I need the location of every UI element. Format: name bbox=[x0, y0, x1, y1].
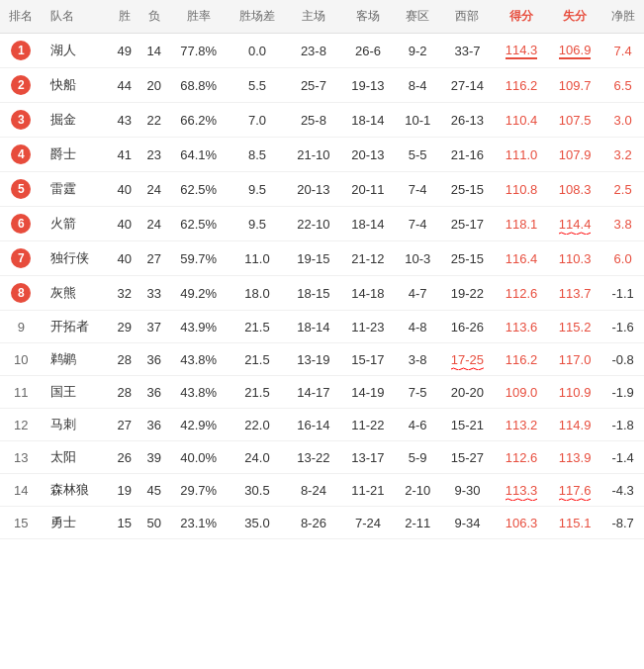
div-cell: 10-1 bbox=[395, 103, 439, 138]
loss-cell: 36 bbox=[139, 343, 169, 376]
gb-cell: 35.0 bbox=[229, 507, 287, 539]
away-cell: 20-13 bbox=[340, 138, 395, 172]
opp-cell: 107.5 bbox=[548, 103, 601, 138]
win-cell: 43 bbox=[110, 103, 139, 138]
col-pct: 胜率 bbox=[169, 0, 229, 34]
loss-cell: 24 bbox=[139, 172, 169, 207]
pts-cell: 112.6 bbox=[495, 276, 548, 311]
pct-cell: 29.7% bbox=[169, 474, 229, 507]
rank-cell: 13 bbox=[0, 441, 43, 474]
pct-cell: 68.8% bbox=[169, 68, 229, 103]
net-cell: -0.8 bbox=[601, 343, 644, 376]
team-name-cell: 马刺 bbox=[43, 409, 110, 441]
team-name-cell: 火箭 bbox=[43, 207, 110, 241]
gb-cell: 24.0 bbox=[229, 441, 287, 474]
col-loss: 负 bbox=[139, 0, 169, 34]
rank-cell: 3 bbox=[0, 103, 43, 138]
loss-cell: 50 bbox=[139, 507, 169, 539]
table-row: 6火箭402462.5%9.522-1018-147-425-17118.111… bbox=[0, 207, 644, 241]
pts-cell: 111.0 bbox=[495, 138, 548, 172]
conf-cell: 25-15 bbox=[440, 172, 495, 207]
rank-cell: 12 bbox=[0, 409, 43, 441]
gb-cell: 30.5 bbox=[229, 474, 287, 507]
div-cell: 8-4 bbox=[395, 68, 439, 103]
opp-cell: 106.9 bbox=[548, 34, 601, 68]
rank-cell: 2 bbox=[0, 68, 43, 103]
team-name-cell: 太阳 bbox=[43, 441, 110, 474]
col-net: 净胜 bbox=[601, 0, 644, 34]
rank-badge: 5 bbox=[11, 179, 31, 199]
conf-cell: 21-16 bbox=[440, 138, 495, 172]
gb-cell: 21.5 bbox=[229, 311, 287, 343]
rank-number: 13 bbox=[14, 450, 28, 465]
col-home: 主场 bbox=[286, 0, 340, 34]
team-name-cell: 国王 bbox=[43, 376, 110, 409]
loss-cell: 37 bbox=[139, 311, 169, 343]
home-cell: 8-24 bbox=[286, 474, 340, 507]
pts-cell: 118.1 bbox=[495, 207, 548, 241]
conf-cell: 17-25 bbox=[440, 343, 495, 376]
net-cell: 6.0 bbox=[601, 241, 644, 276]
rank-cell: 7 bbox=[0, 241, 43, 276]
pts-cell: 116.2 bbox=[495, 68, 548, 103]
away-cell: 18-14 bbox=[340, 207, 395, 241]
table-row: 13太阳263940.0%24.013-2213-175-915-27112.6… bbox=[0, 441, 644, 474]
net-cell: 2.5 bbox=[601, 172, 644, 207]
team-name-cell: 独行侠 bbox=[43, 241, 110, 276]
loss-cell: 33 bbox=[139, 276, 169, 311]
pts-cell: 110.8 bbox=[495, 172, 548, 207]
pts-cell: 114.3 bbox=[495, 34, 548, 68]
opp-cell: 113.9 bbox=[548, 441, 601, 474]
win-cell: 41 bbox=[110, 138, 139, 172]
opp-cell: 110.9 bbox=[548, 376, 601, 409]
win-cell: 40 bbox=[110, 241, 139, 276]
opp-value-underline: 106.9 bbox=[559, 43, 592, 59]
team-name-cell: 开拓者 bbox=[43, 311, 110, 343]
table-row: 10鹈鹕283643.8%21.513-1915-173-817-25116.2… bbox=[0, 343, 644, 376]
conf-cell: 9-30 bbox=[440, 474, 495, 507]
gb-cell: 7.0 bbox=[229, 103, 287, 138]
rank-badge: 8 bbox=[11, 283, 31, 303]
rank-badge: 1 bbox=[11, 41, 31, 60]
rank-cell: 5 bbox=[0, 172, 43, 207]
div-cell: 9-2 bbox=[395, 34, 439, 68]
away-cell: 7-24 bbox=[340, 507, 395, 539]
net-cell: -1.1 bbox=[601, 276, 644, 311]
away-cell: 18-14 bbox=[340, 103, 395, 138]
gb-cell: 9.5 bbox=[229, 172, 287, 207]
gb-cell: 9.5 bbox=[229, 207, 287, 241]
loss-cell: 36 bbox=[139, 409, 169, 441]
div-cell: 4-6 bbox=[395, 409, 439, 441]
table-row: 9开拓者293743.9%21.518-1411-234-816-26113.6… bbox=[0, 311, 644, 343]
home-cell: 13-19 bbox=[286, 343, 340, 376]
rank-badge: 7 bbox=[11, 248, 31, 268]
pct-cell: 43.9% bbox=[169, 311, 229, 343]
opp-value-wavy: 114.4 bbox=[559, 217, 592, 232]
win-cell: 40 bbox=[110, 172, 139, 207]
pts-value-underline: 114.3 bbox=[506, 43, 538, 59]
conf-cell: 20-20 bbox=[440, 376, 495, 409]
team-name-cell: 掘金 bbox=[43, 103, 110, 138]
net-cell: 7.4 bbox=[601, 34, 644, 68]
rank-cell: 1 bbox=[0, 34, 43, 68]
conf-cell: 9-34 bbox=[440, 507, 495, 539]
team-name-cell: 爵士 bbox=[43, 138, 110, 172]
col-rank: 排名 bbox=[0, 0, 43, 34]
conf-cell: 19-22 bbox=[440, 276, 495, 311]
pts-cell: 113.3 bbox=[495, 474, 548, 507]
win-cell: 29 bbox=[110, 311, 139, 343]
opp-value-wavy: 117.6 bbox=[559, 483, 592, 498]
gb-cell: 21.5 bbox=[229, 343, 287, 376]
col-opp: 失分 bbox=[548, 0, 601, 34]
rank-cell: 14 bbox=[0, 474, 43, 507]
home-cell: 25-7 bbox=[286, 68, 340, 103]
loss-cell: 39 bbox=[139, 441, 169, 474]
opp-cell: 114.9 bbox=[548, 409, 601, 441]
home-cell: 20-13 bbox=[286, 172, 340, 207]
col-away: 客场 bbox=[340, 0, 395, 34]
rank-badge: 6 bbox=[11, 214, 31, 234]
rank-cell: 15 bbox=[0, 507, 43, 539]
away-cell: 13-17 bbox=[340, 441, 395, 474]
rank-badge: 2 bbox=[11, 75, 31, 95]
loss-cell: 23 bbox=[139, 138, 169, 172]
